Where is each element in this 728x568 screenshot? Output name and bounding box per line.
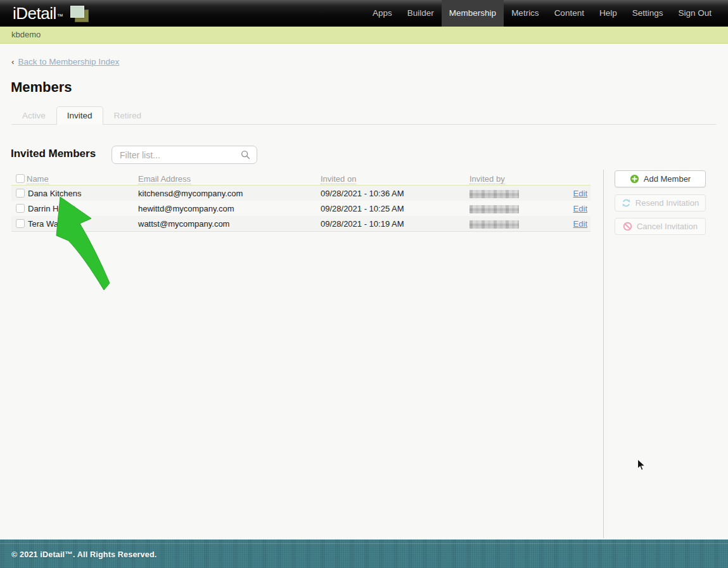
member-name: Dana Kitchens xyxy=(28,189,124,198)
redacted-invited-by xyxy=(469,205,519,213)
column-header-invited-on[interactable]: Invited on xyxy=(321,174,356,184)
nav-item-help[interactable]: Help xyxy=(592,0,625,27)
row-checkbox[interactable] xyxy=(16,204,25,213)
app-logo[interactable]: iDetail™ xyxy=(0,0,90,27)
add-member-button[interactable]: Add Member xyxy=(615,170,706,187)
filter-box xyxy=(112,146,257,164)
filter-input[interactable] xyxy=(120,150,241,160)
member-email: kitchensd@mycompany.com xyxy=(138,189,306,198)
cancel-circle-icon xyxy=(623,222,632,231)
environment-bar: kbdemo xyxy=(0,27,728,44)
resend-invitation-label: Resend Invitation xyxy=(635,198,699,208)
table-header: Name Email Address Invited on Invited by xyxy=(11,172,591,186)
main-content: ‹Back to Membership Index Members Active… xyxy=(0,44,728,540)
top-navbar: iDetail™ AppsBuilderMembershipMetricsCon… xyxy=(0,0,728,27)
back-to-membership-index-link[interactable]: Back to Membership Index xyxy=(18,57,120,66)
plus-circle-icon xyxy=(630,174,639,184)
nav-item-metrics[interactable]: Metrics xyxy=(504,0,547,27)
logo-text: iDetail xyxy=(13,0,56,27)
column-header-email[interactable]: Email Address xyxy=(138,174,191,184)
breadcrumb: ‹Back to Membership Index xyxy=(11,57,119,66)
select-all-checkbox[interactable] xyxy=(16,174,25,183)
page-title: Members xyxy=(11,79,72,96)
nav-item-builder[interactable]: Builder xyxy=(400,0,442,27)
invited-by xyxy=(469,218,571,228)
tabs-divider xyxy=(11,124,717,125)
back-chevron-icon: ‹ xyxy=(11,57,15,66)
nav-item-membership[interactable]: Membership xyxy=(442,0,504,27)
refresh-icon xyxy=(622,198,631,208)
row-checkbox[interactable] xyxy=(16,189,25,198)
edit-link[interactable]: Edit xyxy=(573,204,587,213)
add-member-label: Add Member xyxy=(644,174,691,184)
invited-by xyxy=(469,203,571,213)
invited-by xyxy=(469,188,571,198)
search-icon xyxy=(241,150,250,160)
redacted-invited-by xyxy=(469,220,519,229)
app-window: iDetail™ AppsBuilderMembershipMetricsCon… xyxy=(0,0,728,568)
panel-divider xyxy=(603,170,604,538)
copyright-text: © 2021 iDetail™. All Rights Reserved. xyxy=(11,550,156,559)
member-name: Tera Watts xyxy=(28,219,124,229)
tab-active[interactable]: Active xyxy=(11,106,56,125)
member-email: hewittd@mycompany.com xyxy=(138,204,306,213)
nav-item-settings[interactable]: Settings xyxy=(625,0,671,27)
nav-item-apps[interactable]: Apps xyxy=(365,0,400,27)
invited-on: 09/28/2021 - 10:25 AM xyxy=(321,204,455,213)
footer: © 2021 iDetail™. All Rights Reserved. xyxy=(0,540,728,568)
member-rows: Dana Kitchenskitchensd@mycompany.com09/2… xyxy=(11,186,591,232)
nav-menu: AppsBuilderMembershipMetricsContentHelpS… xyxy=(365,0,728,27)
tabs: ActiveInvitedRetired xyxy=(11,106,152,125)
column-header-name[interactable]: Name xyxy=(27,174,49,184)
table-row: Dana Kitchenskitchensd@mycompany.com09/2… xyxy=(11,186,591,201)
logo-trademark: ™ xyxy=(57,13,63,20)
invited-members-table: Name Email Address Invited on Invited by… xyxy=(11,172,591,232)
row-checkbox[interactable] xyxy=(16,219,25,228)
table-row: Tera Wattswattst@mycompany.com09/28/2021… xyxy=(11,216,591,231)
environment-label: kbdemo xyxy=(11,30,41,39)
resend-invitation-button[interactable]: Resend Invitation xyxy=(615,194,706,211)
section-title: Invited Members xyxy=(11,148,96,160)
member-email: wattst@mycompany.com xyxy=(138,219,306,229)
mouse-cursor xyxy=(637,458,647,472)
column-header-invited-by[interactable]: Invited by xyxy=(469,174,505,184)
table-row: Darrin Hewitthewittd@mycompany.com09/28/… xyxy=(11,201,591,216)
logo-image-icon xyxy=(68,6,90,23)
member-name: Darrin Hewitt xyxy=(28,204,124,213)
tab-invited[interactable]: Invited xyxy=(56,106,103,125)
cancel-invitation-label: Cancel Invitation xyxy=(637,222,698,231)
nav-item-content[interactable]: Content xyxy=(547,0,592,27)
nav-item-sign-out[interactable]: Sign Out xyxy=(670,0,719,27)
edit-link[interactable]: Edit xyxy=(573,219,587,229)
invited-on: 09/28/2021 - 10:36 AM xyxy=(321,189,455,198)
invited-on: 09/28/2021 - 10:19 AM xyxy=(321,219,455,229)
cancel-invitation-button[interactable]: Cancel Invitation xyxy=(615,218,706,235)
tab-retired[interactable]: Retired xyxy=(103,106,153,125)
edit-link[interactable]: Edit xyxy=(573,189,587,198)
redacted-invited-by xyxy=(469,190,519,198)
